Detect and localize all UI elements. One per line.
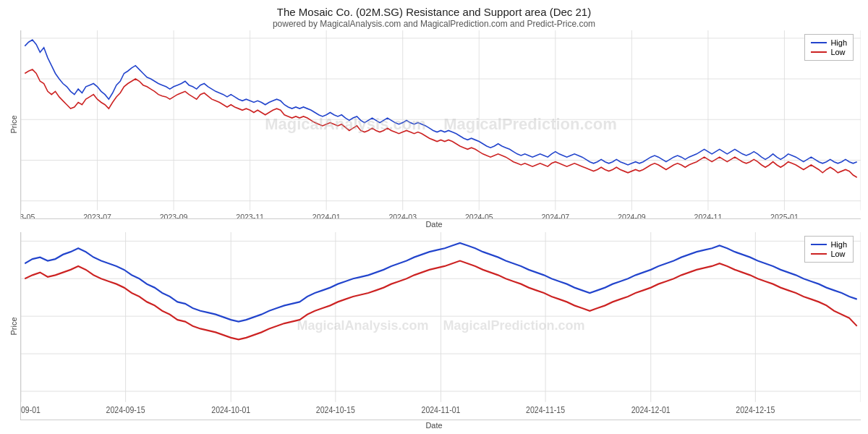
chart1-x-label: Date — [7, 219, 861, 229]
chart2-x-label: Date — [7, 420, 861, 430]
legend-low-item: Low — [811, 48, 847, 56]
svg-text:2024-10-15: 2024-10-15 — [316, 404, 355, 414]
legend2-high-item: High — [811, 240, 847, 249]
svg-text:2023-07: 2023-07 — [83, 213, 111, 218]
legend2-low-item: Low — [811, 250, 847, 258]
svg-text:2024-07: 2024-07 — [541, 213, 569, 218]
svg-text:2025-01: 2025-01 — [770, 213, 799, 218]
chart1-y-label: Price — [7, 30, 20, 219]
chart2-area: Price MagicalAnalysis.com MagicalPredict… — [7, 232, 861, 421]
chart1-inner: MagicalAnalysis.com MagicalPrediction.co… — [20, 30, 861, 219]
chart1-container: Price MagicalAnalysis.com MagicalPredict… — [7, 30, 861, 229]
main-title: The Mosaic Co. (02M.SG) Resistance and S… — [7, 6, 861, 18]
title-section: The Mosaic Co. (02M.SG) Resistance and S… — [7, 6, 861, 29]
legend-high-item: High — [811, 38, 847, 47]
legend2-low-label: Low — [830, 250, 845, 258]
chart2-container: Price MagicalAnalysis.com MagicalPredict… — [7, 232, 861, 431]
legend2-high-label: High — [830, 240, 847, 249]
svg-text:2023-09: 2023-09 — [160, 213, 188, 218]
svg-text:2024-09-15: 2024-09-15 — [106, 404, 145, 414]
svg-text:2024-09-01: 2024-09-01 — [21, 404, 41, 414]
svg-text:2024-10-01: 2024-10-01 — [211, 404, 250, 414]
svg-text:2024-11: 2024-11 — [694, 213, 723, 218]
chart2-legend: High Low — [804, 236, 854, 263]
legend-low-label: Low — [830, 48, 845, 56]
chart2-inner: MagicalAnalysis.com MagicalPrediction.co… — [20, 232, 861, 421]
svg-text:2023-05: 2023-05 — [21, 213, 35, 218]
svg-text:2024-11-01: 2024-11-01 — [422, 404, 461, 414]
svg-text:2024-11-15: 2024-11-15 — [526, 404, 565, 414]
legend-high-label: High — [830, 38, 847, 47]
chart1-legend: High Low — [804, 34, 854, 61]
svg-text:2024-05: 2024-05 — [465, 213, 493, 218]
charts-wrapper: Price MagicalAnalysis.com MagicalPredict… — [7, 30, 861, 430]
legend-high-line — [811, 42, 827, 43]
svg-text:2024-01: 2024-01 — [312, 213, 341, 218]
svg-text:2024-12-01: 2024-12-01 — [631, 404, 671, 414]
chart1-svg: 40 35 30 25 2023-05 2023-07 2023-09 2023… — [21, 30, 861, 218]
legend2-low-line — [811, 253, 827, 255]
svg-text:2023-11: 2023-11 — [236, 213, 264, 218]
chart1-area: Price MagicalAnalysis.com MagicalPredict… — [7, 30, 861, 219]
subtitle: powered by MagicalAnalysis.com and Magic… — [7, 19, 861, 29]
legend2-high-line — [811, 244, 827, 245]
chart2-svg: 26 25 24 23 22 2024-09-01 2024-09-15 202… — [21, 232, 861, 420]
chart2-y-label: Price — [7, 232, 20, 421]
legend-low-line — [811, 51, 827, 53]
svg-text:2024-12-15: 2024-12-15 — [736, 404, 775, 414]
svg-text:2024-09: 2024-09 — [618, 213, 646, 218]
main-container: The Mosaic Co. (02M.SG) Resistance and S… — [0, 0, 868, 434]
svg-text:2024-03: 2024-03 — [388, 213, 417, 218]
